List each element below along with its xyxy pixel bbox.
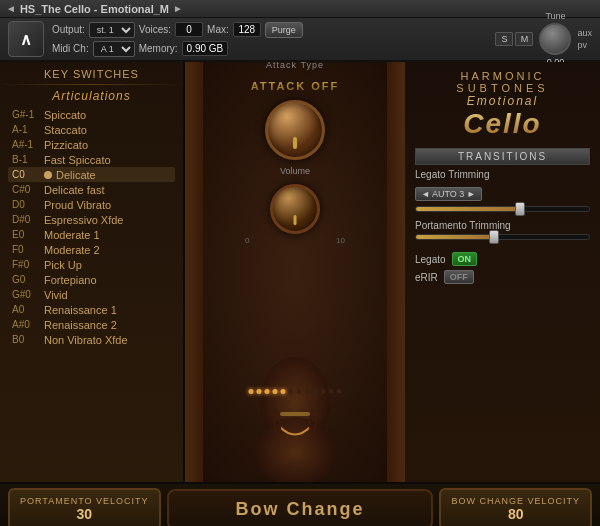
plugin-title: HS_The Cello - Emotional_M (20, 3, 169, 15)
articulation-name: Fast Spiccato (44, 154, 111, 166)
pv-label: pv (577, 40, 592, 50)
attack-knob[interactable] (265, 100, 325, 160)
voices-label: Voices: (139, 24, 171, 35)
list-item[interactable]: G#0Vivid (8, 287, 175, 302)
led (257, 389, 262, 394)
list-item[interactable]: A-1Staccato (8, 122, 175, 137)
led (289, 389, 294, 394)
bow-change-velocity-label: Bow Change Velocity (451, 496, 580, 506)
memory-value: 0.90 GB (182, 41, 229, 56)
legato-on-button[interactable]: ON (452, 252, 478, 266)
articulation-name: Renaissance 2 (44, 319, 117, 331)
list-item[interactable]: D0Proud Vibrato (8, 197, 175, 212)
note-label: A-1 (12, 124, 44, 135)
list-item[interactable]: E0Moderate 1 (8, 227, 175, 242)
midi-select[interactable]: A 1 (93, 41, 135, 57)
note-label: A#-1 (12, 139, 44, 150)
max-label: Max: (207, 24, 229, 35)
memory-label: Memory: (139, 43, 178, 54)
list-item[interactable]: A0Renaissance 1 (8, 302, 175, 317)
note-label: G#0 (12, 289, 44, 300)
hs-logo: HARMONIC SUBTONES Emotional Cello (415, 70, 590, 140)
tune-knob[interactable] (539, 23, 571, 55)
vol-max: 10 (336, 236, 345, 245)
portamento-slider[interactable] (415, 234, 590, 240)
articulation-name: Vivid (44, 289, 68, 301)
note-label: D#0 (12, 214, 44, 225)
bottom-bar: Portamento Velocity 30 Bow Change Bow Ch… (0, 482, 600, 526)
erir-off-button[interactable]: OFF (444, 270, 474, 284)
nav-prev-button[interactable]: ◄ (6, 3, 16, 14)
legato-slider-handle[interactable] (515, 202, 525, 216)
harmonic-label: HARMONIC (415, 70, 590, 82)
list-item[interactable]: B0Non Vibrato Xfde (8, 332, 175, 347)
output-group: Output: st. 1 Voices: 0 Max: 128 Purge M… (52, 22, 303, 57)
articulation-name: Moderate 2 (44, 244, 100, 256)
note-label: A#0 (12, 319, 44, 330)
led (329, 389, 334, 394)
output-row: Output: st. 1 Voices: 0 Max: 128 Purge (52, 22, 303, 38)
legato-slider[interactable] (415, 206, 590, 212)
note-label: C#0 (12, 184, 44, 195)
led (313, 389, 318, 394)
list-item[interactable]: D#0Espressivo Xfde (8, 212, 175, 227)
articulation-name: Staccato (44, 124, 87, 136)
output-select[interactable]: st. 1 (89, 22, 135, 38)
purge-button[interactable]: Purge (265, 22, 303, 38)
tune-label: Tune (545, 11, 565, 21)
subtones-label: SUBTONES (415, 82, 590, 94)
list-item[interactable]: B-1Fast Spiccato (8, 152, 175, 167)
auto-tag[interactable]: ◄ AUTO 3 ► (415, 187, 482, 201)
volume-knob-container (270, 184, 320, 234)
led (297, 389, 302, 394)
articulation-name: Pick Up (44, 259, 82, 271)
list-item[interactable]: G#-1Spiccato (8, 107, 175, 122)
bow-change-button[interactable]: Bow Change (167, 489, 434, 527)
portamento-velocity-value: 30 (76, 506, 92, 522)
attack-type-label: Attack Type (266, 62, 324, 70)
attack-knob-container (265, 100, 325, 160)
portamento-slider-handle[interactable] (489, 230, 499, 244)
portamento-slider-fill (416, 235, 494, 239)
articulation-name: Espressivo Xfde (44, 214, 123, 226)
left-panel: Key Switches Articulations G#-1SpiccatoA… (0, 62, 185, 482)
key-switches-header: Key Switches (0, 68, 183, 80)
led (337, 389, 342, 394)
attack-label: ATTACK OFF (251, 80, 340, 92)
note-label: G#-1 (12, 109, 44, 120)
note-label: B0 (12, 334, 44, 345)
erir-toggle-row: eRIR OFF (415, 270, 590, 284)
led (321, 389, 326, 394)
tune-knob-wrap: Tune 0.00 (539, 11, 571, 67)
m-button[interactable]: M (515, 32, 533, 46)
list-item[interactable]: C#0Delicate fast (8, 182, 175, 197)
violin-graphic (225, 342, 365, 482)
portamento-trimming-control: Portamento Trimming (415, 220, 590, 240)
aux-section: aux pv (577, 28, 592, 50)
volume-knob[interactable] (270, 184, 320, 234)
s-button[interactable]: S (495, 32, 513, 46)
svg-rect-2 (280, 412, 310, 416)
bow-change-velocity-value: 80 (508, 506, 524, 522)
led (273, 389, 278, 394)
portamento-velocity-label: Portamento Velocity (20, 496, 149, 506)
logo: ∧ (8, 21, 44, 57)
right-panel: HARMONIC SUBTONES Emotional Cello TRANSI… (405, 62, 600, 482)
list-item[interactable]: F#0Pick Up (8, 257, 175, 272)
divider (0, 84, 183, 85)
list-item[interactable]: G0Fortepiano (8, 272, 175, 287)
nav-next-button[interactable]: ► (173, 3, 183, 14)
vol-min: 0 (245, 236, 249, 245)
articulation-name: Proud Vibrato (44, 199, 111, 211)
bow-change-velocity-button[interactable]: Bow Change Velocity 80 (439, 488, 592, 526)
bow-change-label: Bow Change (235, 499, 364, 519)
list-item[interactable]: F0Moderate 2 (8, 242, 175, 257)
list-item[interactable]: C0Delicate (8, 167, 175, 182)
portamento-velocity-button[interactable]: Portamento Velocity 30 (8, 488, 161, 526)
note-label: F0 (12, 244, 44, 255)
list-item[interactable]: A#0Renaissance 2 (8, 317, 175, 332)
list-item[interactable]: A#-1Pizzicato (8, 137, 175, 152)
midi-label: Midi Ch: (52, 43, 89, 54)
legato-slider-fill (416, 207, 520, 211)
midi-row: Midi Ch: A 1 Memory: 0.90 GB (52, 41, 303, 57)
